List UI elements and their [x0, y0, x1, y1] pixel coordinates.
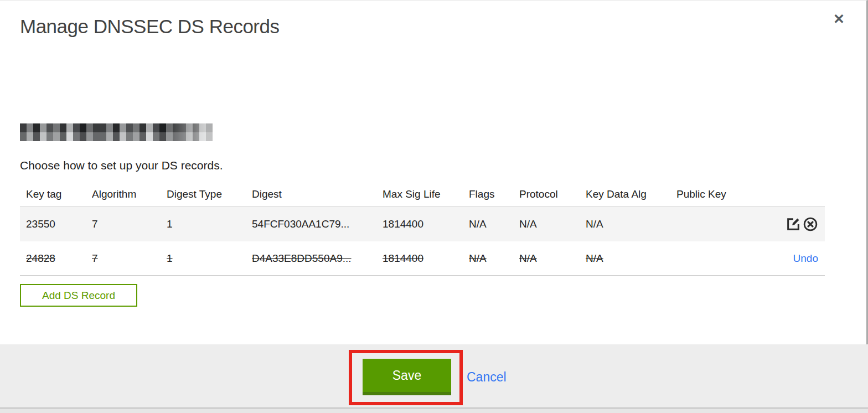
cell-protocol: N/A — [519, 218, 586, 230]
column-header-digest: Digest — [252, 188, 383, 200]
cell-protocol: N/A — [519, 252, 586, 265]
cell-algorithm: 7 — [92, 252, 167, 265]
delete-icon[interactable] — [803, 216, 818, 232]
cell-digest: D4A33E8DD550A9... — [252, 252, 383, 265]
table-row-deleted: 24828 7 1 D4A33E8DD550A9... 1814400 N/A … — [20, 241, 825, 276]
cell-max-sig-life: 1814400 — [383, 252, 469, 265]
cell-digest-type: 1 — [167, 218, 252, 230]
column-header-protocol: Protocol — [519, 188, 586, 200]
page-background-sliver — [0, 409, 868, 413]
instruction-text: Choose how to set up your DS records. — [20, 159, 223, 172]
table-row: 23550 7 1 54FCF030AA1C79... 1814400 N/A … — [20, 207, 825, 241]
close-icon[interactable]: ✕ — [833, 12, 845, 26]
cell-flags: N/A — [469, 252, 519, 265]
cell-key-tag: 24828 — [20, 252, 92, 265]
cell-flags: N/A — [469, 218, 519, 230]
cell-key-data-alg: N/A — [586, 252, 676, 265]
redacted-domain-name — [20, 123, 213, 141]
cell-digest: 54FCF030AA1C79... — [252, 218, 383, 230]
column-header-key-data-alg: Key Data Alg — [586, 188, 676, 200]
cell-algorithm: 7 — [92, 218, 167, 230]
column-header-public-key: Public Key — [676, 188, 764, 200]
add-ds-record-button[interactable]: Add DS Record — [20, 284, 137, 307]
column-header-key-tag: Key tag — [20, 188, 92, 200]
column-header-flags: Flags — [469, 188, 519, 200]
ds-records-table: Key tag Algorithm Digest Type Digest Max… — [20, 182, 825, 276]
undo-link[interactable]: Undo — [793, 252, 818, 265]
cell-actions: Undo — [764, 252, 825, 265]
cell-key-tag: 23550 — [20, 218, 92, 230]
column-header-max-sig-life: Max Sig Life — [383, 188, 469, 200]
cell-max-sig-life: 1814400 — [383, 218, 469, 230]
table-header-row: Key tag Algorithm Digest Type Digest Max… — [20, 182, 825, 207]
edit-icon[interactable] — [786, 216, 801, 232]
save-button[interactable]: Save — [363, 359, 451, 395]
column-header-algorithm: Algorithm — [92, 188, 167, 200]
column-header-digest-type: Digest Type — [167, 188, 252, 200]
cell-actions — [764, 216, 825, 232]
cancel-link[interactable]: Cancel — [467, 370, 507, 385]
cell-key-data-alg: N/A — [586, 218, 676, 230]
cell-digest-type: 1 — [167, 252, 252, 265]
page-title: Manage DNSSEC DS Records — [20, 16, 279, 38]
